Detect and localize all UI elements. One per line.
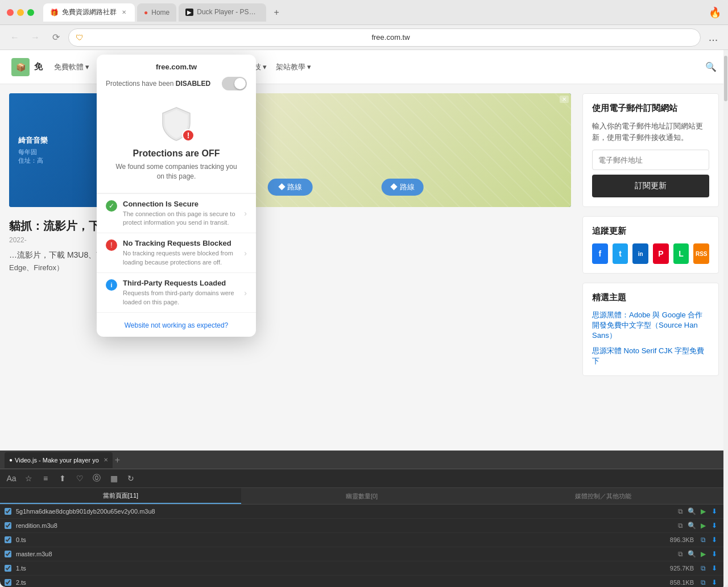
copy-btn-1[interactable]: ⧉: [676, 507, 685, 516]
star-tool-button[interactable]: ☆: [22, 472, 35, 485]
reload-button[interactable]: ⟳: [48, 30, 64, 46]
copy-btn-5[interactable]: ⧉: [698, 564, 708, 573]
file-row-2: rendition.m3u8 ⧉ 🔍 ▶ ⬇: [0, 519, 723, 533]
email-input[interactable]: [592, 150, 709, 170]
article-title: 貓抓：流影片，下載 M3U8、TS...: [9, 218, 571, 234]
close-traffic-light[interactable]: [7, 9, 14, 16]
rss-icon[interactable]: RSS: [693, 243, 709, 264]
file-checkbox-1[interactable]: [5, 508, 11, 515]
subscribe-title: 使用電子郵件訂閱網站: [592, 103, 709, 114]
tab1-label: 免費資源網路社群: [62, 7, 117, 17]
shield-status-title: Protections are OFF: [133, 148, 220, 159]
download-btn-2[interactable]: ⬇: [710, 521, 719, 530]
tab2-favicon: ●: [144, 9, 148, 16]
forward-button[interactable]: →: [27, 30, 43, 46]
copy-btn-4[interactable]: ⧉: [676, 549, 685, 559]
line-icon[interactable]: L: [673, 243, 689, 264]
copy-btn-3[interactable]: ⧉: [698, 535, 708, 544]
ghost-tab[interactable]: 幽靈數量[0]: [241, 488, 482, 504]
tab2-label: Home: [151, 9, 169, 16]
tracking-section[interactable]: ! No Tracking Requests Blocked No tracki…: [97, 233, 256, 272]
file-list: 5g1hma6dkae8dcgbb901dyb200u65ev2y00.m3u8…: [0, 505, 723, 587]
route-button[interactable]: ◆ 路線: [381, 179, 424, 196]
file-size-3: 896.3KB: [660, 536, 694, 543]
tracking-arrow: ›: [244, 249, 247, 258]
tab-2[interactable]: ● Home: [137, 3, 176, 22]
nav-item-software[interactable]: 免費軟體 ▾: [54, 62, 89, 72]
download-btn-4[interactable]: ⬇: [710, 549, 719, 559]
facebook-icon[interactable]: f: [592, 243, 608, 264]
featured-link-2[interactable]: 思源宋體 Noto Serif CJK 字型免費下: [592, 346, 709, 366]
download-btn-3[interactable]: ⬇: [710, 535, 719, 544]
shield-exclaim-icon: !: [182, 129, 195, 142]
popup-footer: Website not working as expected?: [97, 312, 256, 337]
search-btn-2[interactable]: 🔍: [687, 521, 696, 530]
bottom-tab-close[interactable]: ✕: [104, 457, 108, 463]
site-logo-icon: 📦: [11, 58, 30, 76]
download-btn-5[interactable]: ⬇: [710, 564, 719, 573]
grid-tool-button[interactable]: ▦: [107, 472, 121, 485]
copy-btn-2[interactable]: ⧉: [676, 521, 685, 530]
add-bottom-tab[interactable]: +: [115, 455, 120, 465]
third-party-content: Third-Party Requests Loaded Requests fro…: [123, 279, 238, 307]
subscribe-button[interactable]: 訂閱更新: [592, 175, 709, 197]
tab1-close-button[interactable]: ✕: [120, 9, 128, 16]
scrollbar-thumb[interactable]: [724, 56, 727, 101]
new-tab-button[interactable]: +: [268, 5, 284, 20]
file-checkbox-5[interactable]: [5, 565, 11, 572]
protection-toggle[interactable]: [222, 77, 247, 90]
play-btn-1[interactable]: ▶: [698, 507, 708, 516]
site-search-button[interactable]: 🔍: [705, 61, 717, 72]
linkedin-icon[interactable]: in: [632, 243, 648, 264]
featured-section: 精選主題 思源黑體：Adobe 與 Google 合作開發免費中文字型（Sour…: [582, 283, 719, 376]
third-party-arrow: ›: [244, 288, 247, 297]
tab-1[interactable]: 🎁 免費資源網路社群 ✕: [43, 3, 135, 22]
media-control-tab[interactable]: 媒體控制／其他功能: [482, 488, 723, 504]
play-btn-2[interactable]: ▶: [698, 521, 708, 530]
copy-btn-6[interactable]: ⧉: [698, 578, 708, 587]
download-btn-1[interactable]: ⬇: [710, 507, 719, 516]
more-options-button[interactable]: ...: [705, 30, 721, 46]
heart-tool-button[interactable]: ♡: [73, 472, 86, 485]
protection-label: Protections have been DISABLED: [106, 80, 210, 88]
featured-links: 思源黑體：Adobe 與 Google 合作開發免費中文字型（Source Ha…: [592, 310, 709, 366]
file-checkbox-6[interactable]: [5, 579, 11, 586]
tab1-favicon: 🎁: [50, 9, 59, 16]
featured-link-1[interactable]: 思源黑體：Adobe 與 Google 合作開發免費中文字型（Source Ha…: [592, 310, 709, 341]
footer-link[interactable]: Website not working as expected?: [125, 321, 229, 329]
file-checkbox-3[interactable]: [5, 536, 11, 543]
third-party-title: Third-Party Requests Loaded: [123, 279, 238, 287]
tab-3[interactable]: ▶ Duck Player - PS4 / PS5『艾爾登』: [179, 3, 266, 22]
file-checkbox-2[interactable]: [5, 522, 11, 529]
search-btn-1[interactable]: 🔍: [687, 507, 696, 516]
browser-window: 🎁 免費資源網路社群 ✕ ● Home ▶ Duck Player - PS4 …: [0, 0, 728, 587]
download-btn-6[interactable]: ⬇: [710, 578, 719, 587]
refresh-tool-button[interactable]: ↻: [124, 472, 138, 485]
article-subtitle: …流影片，下載 M3U8、TS...Edge、Firefox）: [9, 249, 571, 274]
back-button[interactable]: ←: [7, 30, 23, 46]
route-btn-display[interactable]: ◆ 路線: [268, 179, 313, 196]
font-tool-button[interactable]: Aa: [5, 472, 18, 485]
third-party-section[interactable]: i Third-Party Requests Loaded Requests f…: [97, 272, 256, 312]
ad-indicator: ✕: [560, 96, 569, 103]
address-bar[interactable]: 🛡 free.com.tw: [68, 28, 701, 47]
file-name-5: 1.ts: [16, 565, 655, 572]
twitter-icon[interactable]: t: [613, 243, 628, 264]
title-bar: 🎁 免費資源網路社群 ✕ ● Home ▶ Duck Player - PS4 …: [0, 0, 728, 25]
current-page-tab[interactable]: 當前頁面[11]: [0, 488, 241, 504]
site-banner: 綺音音樂 每年固 住址：高 ◆ 路線 ◆ 路線 ✕: [9, 93, 571, 207]
minimize-traffic-light[interactable]: [17, 9, 24, 16]
upload-tool-button[interactable]: ⬆: [56, 472, 69, 485]
pinterest-icon[interactable]: P: [653, 243, 669, 264]
play-btn-4[interactable]: ▶: [698, 549, 708, 559]
layers-tool-button[interactable]: ≡: [39, 472, 52, 485]
bottom-tab-1[interactable]: ● Video.js - Make your player yo ✕: [5, 452, 113, 468]
file-actions-4: ⧉ 🔍 ▶ ⬇: [676, 549, 719, 559]
search-btn-4[interactable]: 🔍: [687, 549, 696, 559]
file-checkbox-4[interactable]: [5, 551, 11, 557]
connection-section[interactable]: ✓ Connection Is Secure The connection on…: [97, 193, 256, 233]
maximize-traffic-light[interactable]: [27, 9, 34, 16]
connection-icon: ✓: [106, 200, 117, 212]
circle-tool-button[interactable]: ⓪: [90, 472, 104, 485]
nav-item-build[interactable]: 架站教學 ▾: [276, 62, 311, 72]
